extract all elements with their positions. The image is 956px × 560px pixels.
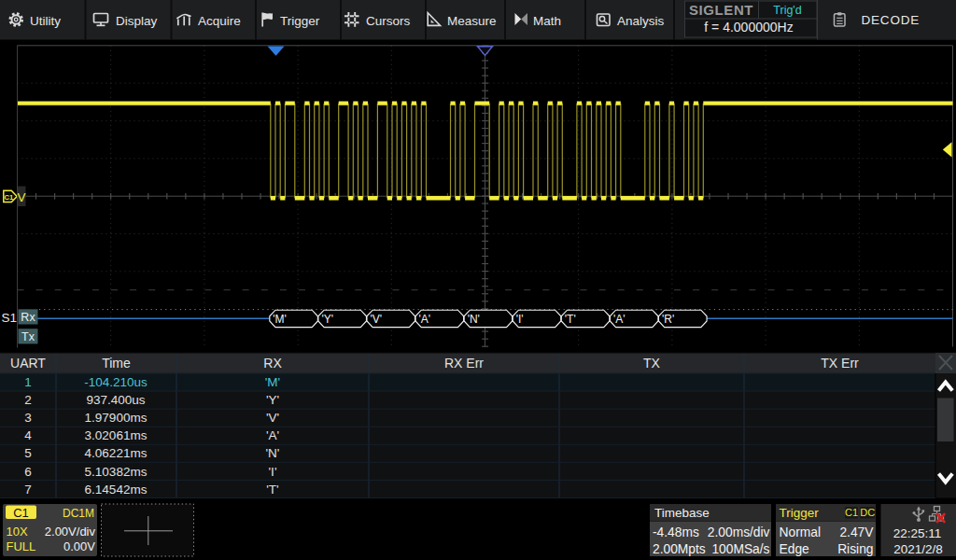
svg-text:'T': 'T' <box>266 483 278 497</box>
svg-text:2.00V/div: 2.00V/div <box>45 525 96 539</box>
svg-text:937.400us: 937.400us <box>86 393 145 407</box>
svg-text:-104.210us: -104.210us <box>84 375 148 389</box>
svg-text:2.00ms/div: 2.00ms/div <box>708 525 770 539</box>
svg-text:Trigger: Trigger <box>280 14 320 28</box>
svg-text:Trig'd: Trig'd <box>773 4 801 17</box>
svg-text:'V': 'V' <box>266 411 279 425</box>
svg-text:Edge: Edge <box>780 542 810 556</box>
svg-text:'A': 'A' <box>266 428 279 442</box>
svg-text:Math: Math <box>533 14 561 28</box>
svg-text:'N': 'N' <box>266 446 280 460</box>
svg-text:'Y': 'Y' <box>321 313 333 326</box>
svg-text:Analysis: Analysis <box>617 14 665 28</box>
svg-text:FULL: FULL <box>7 539 36 553</box>
svg-text:'Y': 'Y' <box>266 393 279 407</box>
svg-text:100MSa/s: 100MSa/s <box>711 542 769 556</box>
svg-text:2: 2 <box>24 393 32 407</box>
svg-text:1.97900ms: 1.97900ms <box>85 411 148 425</box>
svg-text:Display: Display <box>116 14 158 28</box>
svg-text:'I': 'I' <box>269 465 277 479</box>
svg-text:Acquire: Acquire <box>198 14 241 28</box>
svg-text:C1: C1 <box>5 193 14 202</box>
svg-text:2.00Mpts: 2.00Mpts <box>653 542 706 556</box>
svg-text:S1: S1 <box>2 311 18 325</box>
svg-text:7: 7 <box>24 483 32 497</box>
svg-text:1: 1 <box>24 375 32 389</box>
svg-text:'R': 'R' <box>662 313 674 326</box>
svg-text:'V': 'V' <box>370 313 382 326</box>
svg-text:'T': 'T' <box>565 313 576 326</box>
svg-text:2.47V: 2.47V <box>839 525 874 539</box>
svg-text:4: 4 <box>24 428 32 442</box>
svg-text:6: 6 <box>24 465 32 479</box>
svg-text:DECODE: DECODE <box>862 13 921 27</box>
svg-text:f = 4.000000Hz: f = 4.000000Hz <box>704 20 793 35</box>
svg-text:3: 3 <box>24 411 32 425</box>
svg-text:C1: C1 <box>13 506 29 520</box>
svg-text:Time: Time <box>102 356 131 371</box>
svg-text:Cursors: Cursors <box>366 14 411 28</box>
svg-text:5: 5 <box>24 446 32 460</box>
svg-text:'A': 'A' <box>419 313 431 326</box>
svg-text:4.06221ms: 4.06221ms <box>85 446 148 460</box>
svg-text:SIGLENT: SIGLENT <box>689 2 753 18</box>
svg-text:Measure: Measure <box>447 14 497 28</box>
svg-text:Timebase: Timebase <box>654 506 710 520</box>
svg-text:'M': 'M' <box>273 313 287 326</box>
svg-text:C1: C1 <box>845 507 858 518</box>
svg-text:0.00V: 0.00V <box>63 539 95 553</box>
svg-text:RX Err: RX Err <box>444 356 484 371</box>
svg-text:Utility: Utility <box>30 14 61 28</box>
svg-text:RX: RX <box>263 356 282 371</box>
svg-text:UART: UART <box>10 356 46 371</box>
svg-text:2021/2/8: 2021/2/8 <box>893 542 943 556</box>
svg-text:Trigger: Trigger <box>780 506 820 520</box>
svg-text:'M': 'M' <box>265 375 280 389</box>
svg-text:TX Err: TX Err <box>821 356 859 371</box>
svg-text:DC: DC <box>860 507 875 518</box>
svg-text:6.14542ms: 6.14542ms <box>85 483 148 497</box>
svg-text:-4.48ms: -4.48ms <box>653 525 699 539</box>
svg-text:V: V <box>18 190 26 204</box>
svg-text:10X: 10X <box>7 525 28 539</box>
svg-text:TX: TX <box>643 356 661 371</box>
svg-text:Rising: Rising <box>837 542 873 556</box>
svg-text:Rx: Rx <box>21 311 35 324</box>
svg-text:'I': 'I' <box>516 313 524 326</box>
svg-text:22:25:11: 22:25:11 <box>893 526 942 540</box>
svg-text:Tx: Tx <box>21 330 35 343</box>
svg-text:'N': 'N' <box>468 313 480 326</box>
svg-text:DC1M: DC1M <box>63 507 94 520</box>
svg-text:'A': 'A' <box>613 313 626 326</box>
svg-text:5.10382ms: 5.10382ms <box>85 465 148 479</box>
svg-text:Normal: Normal <box>780 525 821 539</box>
svg-text:3.02061ms: 3.02061ms <box>85 428 148 442</box>
